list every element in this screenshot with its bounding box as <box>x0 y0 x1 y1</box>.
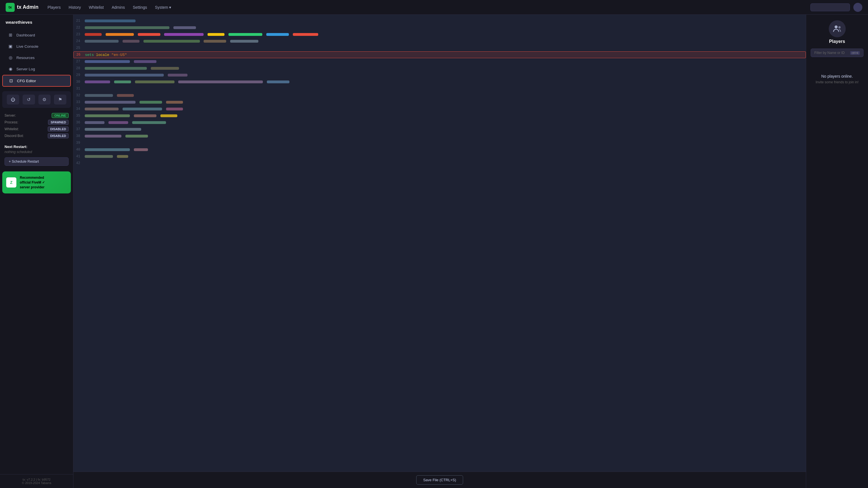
sidebar-nav: ⊞ Dashboard ▣ Live Console ◎ Resources ◉… <box>0 27 73 89</box>
status-row-whitelist: Whitelist: DISABLED <box>4 126 69 131</box>
sidebar-actions: ⏻ ↺ ⚙ ⚑ <box>2 91 71 108</box>
resources-icon: ◎ <box>8 55 13 60</box>
code-line-26-highlighted: 26 sets locale "en-US" <box>73 52 806 58</box>
server-status-badge: ONLINE <box>52 113 69 118</box>
svg-point-1 <box>838 26 841 29</box>
version-text: tx: v7.2.2 | fx: b9572 <box>4 478 69 481</box>
sidebar-item-resources[interactable]: ◎ Resources <box>2 52 71 63</box>
sidebar-item-serverlog[interactable]: ◉ Server Log <box>2 64 71 74</box>
dashboard-icon: ⊞ <box>8 32 13 37</box>
code-keyword: sets <box>85 53 96 57</box>
user-avatar[interactable] <box>853 3 862 12</box>
code-variable: locale <box>96 53 112 57</box>
main-content: 21 22 23 <box>73 15 806 488</box>
right-panel: Players Filter by Name or ID ctrl+k No p… <box>806 15 868 488</box>
next-restart-value: nothing scheduled <box>4 150 69 154</box>
logo-icon: tx <box>6 3 15 12</box>
player-search-bar[interactable]: Filter by Name or ID ctrl+k <box>811 49 864 57</box>
logo-area: tx tx Admin <box>6 3 38 12</box>
code-line-36: 36 <box>73 119 806 126</box>
code-line-32: 32 <box>73 92 806 99</box>
status-row-process: Process: SPAWNED <box>4 120 69 125</box>
schedule-restart-button[interactable]: + Schedule Restart <box>4 157 69 166</box>
discord-label: Discord Bot: <box>4 134 24 138</box>
code-line-30: 30 <box>73 79 806 85</box>
cfg-editor: 21 22 23 <box>73 15 806 488</box>
sidebar-item-dashboard[interactable]: ⊞ Dashboard <box>2 30 71 40</box>
topnav: tx tx Admin Players History Whitelist Ad… <box>0 0 868 15</box>
code-line-35: 35 <box>73 113 806 119</box>
player-search-shortcut: ctrl+k <box>850 51 860 55</box>
next-restart-section: Next Restart: nothing scheduled <box>0 143 73 155</box>
topnav-right <box>810 3 862 12</box>
sidebar-item-label: Resources <box>17 56 35 60</box>
stop-button[interactable]: ⏻ <box>7 95 19 104</box>
code-line-23: 23 <box>73 31 806 38</box>
code-line-39: 39 <box>73 140 806 146</box>
players-title: Players <box>829 39 845 44</box>
nav-players[interactable]: Players <box>48 4 61 11</box>
console-icon: ▣ <box>8 44 13 49</box>
app-title: tx Admin <box>17 4 38 10</box>
nav-admins[interactable]: Admins <box>112 4 125 11</box>
nav-settings[interactable]: Settings <box>133 4 147 11</box>
player-search-placeholder: Filter by Name or ID <box>814 51 844 55</box>
code-line-22: 22 <box>73 24 806 31</box>
restart-button[interactable]: ↺ <box>23 95 35 104</box>
flag-button[interactable]: ⚑ <box>54 95 66 104</box>
settings-quick-button[interactable]: ⚙ <box>38 95 51 104</box>
sidebar-item-label: Server Log <box>17 67 35 71</box>
status-section: Server: ONLINE Process: SPAWNED Whitelis… <box>0 110 73 143</box>
code-line-33: 33 <box>73 99 806 105</box>
save-bar: Save File (CTRL+S) <box>73 471 806 488</box>
code-line-38: 38 <box>73 133 806 140</box>
no-players-subtitle: Invite some friends to join in! <box>811 80 864 84</box>
next-restart-label: Next Restart: <box>4 145 69 149</box>
main-layout: wearethieves ⊞ Dashboard ▣ Live Console … <box>0 15 868 488</box>
process-label: Process: <box>4 120 18 124</box>
sidebar-item-label: Live Console <box>17 44 38 49</box>
code-line-25: 25 <box>73 44 806 52</box>
sidebar-item-label: Dashboard <box>17 33 35 37</box>
code-line-29: 29 <box>73 72 806 79</box>
no-players-section: No players online. Invite some friends t… <box>811 74 864 84</box>
players-icon-area: Players <box>811 20 864 44</box>
sidebar-item-liveconsole[interactable]: ▣ Live Console <box>2 41 71 52</box>
no-players-title: No players online. <box>811 74 864 79</box>
whitelist-label: Whitelist: <box>4 127 19 131</box>
code-string: "en-US" <box>112 53 127 57</box>
topnav-search[interactable] <box>810 3 850 11</box>
code-line-40: 40 <box>73 146 806 153</box>
code-line-41: 41 <box>73 153 806 160</box>
code-line-31: 31 <box>73 85 806 92</box>
status-row-discord: Discord Bot: DISABLED <box>4 133 69 139</box>
nav-links: Players History Whitelist Admins Setting… <box>48 4 801 11</box>
sidebar-footer: tx: v7.2.2 | fx: b9572 © 2019-2024 Tabar… <box>0 474 73 488</box>
nav-history[interactable]: History <box>69 4 81 11</box>
nav-system[interactable]: System ▾ <box>155 4 172 11</box>
sidebar: wearethieves ⊞ Dashboard ▣ Live Console … <box>0 15 73 488</box>
code-line-28: 28 <box>73 65 806 72</box>
code-line-24: 24 <box>73 38 806 44</box>
nav-whitelist[interactable]: Whitelist <box>89 4 104 11</box>
chevron-down-icon: ▾ <box>169 5 171 9</box>
code-line-42: 42 <box>73 160 806 166</box>
code-line-21: 21 <box>73 18 806 24</box>
discord-status-badge: DISABLED <box>48 133 69 139</box>
log-icon: ◉ <box>8 66 13 71</box>
zap-logo: Z <box>6 177 17 187</box>
code-line-27: 27 <box>73 58 806 65</box>
sidebar-item-cfgeditor[interactable]: ⊡ CFG Editor <box>2 75 71 87</box>
whitelist-status-badge: DISABLED <box>48 126 69 131</box>
sidebar-item-label: CFG Editor <box>17 79 36 83</box>
zap-banner[interactable]: Z Recommended official FiveM ✓ server pr… <box>2 172 71 193</box>
zap-text: Recommended official FiveM ✓ server prov… <box>20 175 45 189</box>
players-icon <box>829 20 846 37</box>
save-file-button[interactable]: Save File (CTRL+S) <box>416 475 463 485</box>
code-line-34: 34 <box>73 105 806 113</box>
copyright-text: © 2019-2024 Tabarra <box>4 481 69 485</box>
code-area[interactable]: 21 22 23 <box>73 15 806 471</box>
cfg-icon: ⊡ <box>8 78 13 83</box>
code-line-37: 37 <box>73 126 806 133</box>
server-label: Server: <box>4 114 16 118</box>
